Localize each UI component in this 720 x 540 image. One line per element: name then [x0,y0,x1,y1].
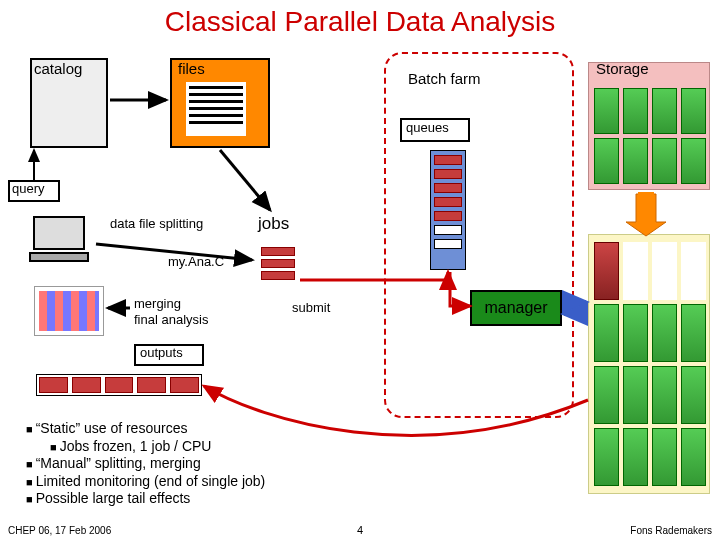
data-file-splitting-label: data file splitting [110,216,203,231]
catalog-label: catalog [34,60,82,77]
batch-farm-region [384,52,574,418]
files-label: files [178,60,205,77]
page-number: 4 [357,524,363,536]
bullet-1: “Static” use of resources [26,420,265,438]
svg-line-2 [220,150,270,210]
storage-racks [594,88,706,184]
bullet-2: “Manual” splitting, merging [26,455,265,473]
client-icon [26,216,92,270]
plot-icon [34,286,104,336]
query-label: query [12,181,45,196]
outputs-label: outputs [140,345,183,360]
merging-line1: merging [134,296,181,311]
queues-label: queues [406,120,449,135]
bullet-1a: Jobs frozen, 1 job / CPU [50,438,265,456]
myana-label: my.Ana.C [168,254,224,269]
queue-band [430,150,466,270]
footer-right: Fons Rademakers [630,525,712,536]
footer-left: CHEP 06, 17 Feb 2006 [8,525,111,536]
jobs-label: jobs [258,214,289,234]
page-title: Classical Parallel Data Analysis [0,6,720,38]
merging-line2: final analysis [134,312,208,327]
outputs-row [36,374,202,396]
jobs-stack [258,244,298,283]
batch-farm-label: Batch farm [408,70,481,87]
storage-label: Storage [596,60,649,77]
manager-box: manager [470,290,562,326]
submit-label: submit [292,300,330,315]
svg-marker-7 [626,194,666,236]
manager-label: manager [484,299,547,317]
compute-racks [594,242,706,486]
bullet-3: Limited monitoring (end of single job) [26,473,265,491]
bullet-list: “Static” use of resources Jobs frozen, 1… [26,420,265,508]
bullet-4: Possible large tail effects [26,490,265,508]
